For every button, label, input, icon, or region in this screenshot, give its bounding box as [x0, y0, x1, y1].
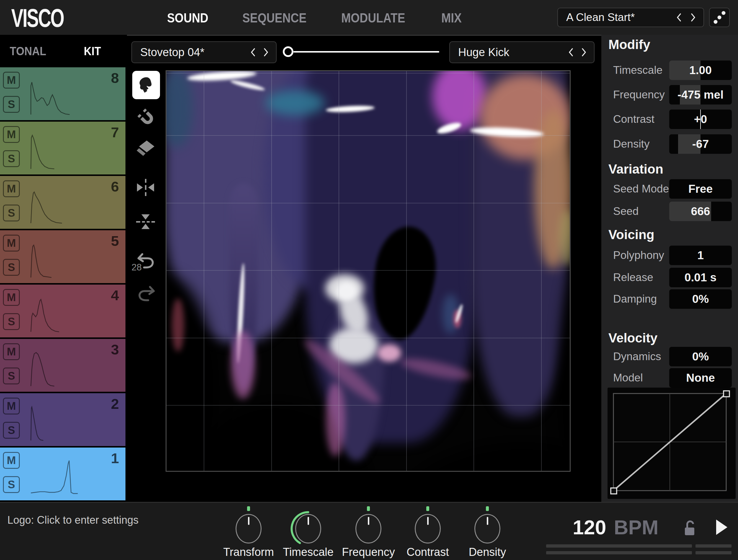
param-seed-mode[interactable]: Free — [669, 179, 732, 199]
left-tab-kit[interactable]: KIT — [84, 44, 103, 58]
knob-label: Frequency — [336, 546, 401, 559]
param-dynamics[interactable]: 0% — [669, 347, 732, 366]
param-label: Seed — [613, 202, 639, 221]
solo-button[interactable]: S — [3, 313, 20, 330]
knob-pointer — [487, 517, 488, 525]
pad-row-4[interactable]: M S 4 — [0, 285, 125, 337]
tempo-unlock-icon[interactable] — [682, 520, 697, 537]
solo-button[interactable]: S — [3, 367, 20, 384]
curve-handle-high[interactable] — [724, 391, 729, 397]
solo-button[interactable]: S — [3, 205, 20, 221]
global-preset-selector[interactable]: A Clean Start* — [558, 8, 704, 27]
sample-selector[interactable]: Stovetop 04* — [131, 41, 277, 63]
solo-button[interactable]: S — [3, 259, 20, 276]
param-damping[interactable]: 0% — [669, 289, 732, 309]
param-label: Release — [613, 268, 653, 287]
curve-handle-low[interactable] — [611, 488, 617, 494]
knob-density[interactable] — [474, 514, 500, 543]
scroll-strip[interactable] — [546, 544, 692, 548]
tab-modulate[interactable]: MODULATE — [341, 11, 414, 25]
pad-waveform — [30, 132, 78, 170]
param-label: Polyphony — [613, 246, 664, 265]
mute-button[interactable]: M — [3, 397, 20, 414]
mute-button[interactable]: M — [3, 343, 20, 360]
pad-waveform — [30, 240, 78, 278]
tab-mix[interactable]: MIX — [441, 11, 464, 25]
mute-button[interactable]: M — [3, 180, 20, 197]
knob-pointer — [427, 517, 429, 525]
pad-number: 3 — [111, 341, 119, 358]
pad-row-6[interactable]: M S 6 — [0, 176, 125, 229]
magnet-tool[interactable] — [136, 107, 156, 128]
pad-row-1[interactable]: M S 1 — [0, 448, 125, 500]
knob-frequency[interactable] — [355, 514, 381, 543]
mute-button[interactable]: M — [3, 452, 20, 469]
magnet-icon — [136, 107, 156, 127]
solo-button[interactable]: S — [3, 422, 20, 439]
scroll-strip[interactable] — [546, 551, 692, 554]
brush-tool-active[interactable] — [132, 71, 160, 99]
sample-name: Stovetop 04* — [140, 42, 205, 63]
velocity-curve-graph[interactable] — [608, 387, 736, 499]
redo-button[interactable] — [137, 285, 155, 304]
param-model[interactable]: None — [669, 368, 732, 387]
bpm-value[interactable]: 120 — [573, 516, 606, 538]
scroll-strip-end[interactable] — [696, 544, 732, 548]
app-logo[interactable]: VISCO — [11, 3, 64, 33]
kick-next-icon[interactable] — [581, 47, 587, 57]
mute-button[interactable]: M — [3, 72, 20, 88]
scroll-strip-end[interactable] — [696, 551, 732, 554]
flip-vertical-tool[interactable] — [136, 212, 155, 233]
pad-number: 2 — [111, 395, 119, 412]
play-button[interactable] — [716, 519, 728, 535]
pad-row-7[interactable]: M S 7 — [0, 121, 125, 175]
sample-prev-icon[interactable] — [250, 47, 256, 57]
pad-row-8[interactable]: M S 8 — [0, 67, 125, 120]
solo-button[interactable]: S — [3, 476, 20, 493]
param-label: Model — [613, 368, 643, 387]
synthesis-canvas[interactable] — [165, 70, 571, 472]
flip-horizontal-icon — [135, 178, 156, 197]
pad-row-2[interactable]: M S 2 — [0, 393, 125, 446]
morph-slider-track[interactable] — [293, 51, 439, 52]
top-bar: VISCO SOUND SEQUENCE MODULATE MIX A Clea… — [0, 0, 738, 35]
solo-button[interactable]: S — [3, 150, 20, 167]
param-density[interactable]: -67 — [669, 134, 732, 154]
pad-waveform — [30, 295, 78, 332]
section-velocity: Velocity — [609, 331, 657, 345]
mute-button[interactable]: M — [3, 126, 20, 143]
left-tab-tonal[interactable]: TONAL — [10, 44, 51, 58]
param-timescale[interactable]: 1.00 — [669, 60, 732, 80]
eraser-tool[interactable] — [137, 139, 155, 159]
sample-next-icon[interactable] — [263, 47, 269, 57]
mute-button[interactable]: M — [3, 289, 20, 306]
kick-preset-selector[interactable]: Huge Kick — [449, 41, 595, 63]
pad-row-5[interactable]: M S 5 — [0, 230, 125, 283]
param-contrast[interactable]: +0 — [669, 109, 732, 129]
preset-next-icon[interactable] — [690, 13, 696, 22]
tab-sound[interactable]: SOUND — [167, 11, 214, 25]
canvas-grid — [166, 71, 570, 471]
solo-button[interactable]: S — [3, 96, 20, 113]
flip-horizontal-tool[interactable] — [135, 178, 156, 198]
knob-pointer — [368, 517, 369, 525]
undo-count: 28 — [127, 262, 142, 273]
visco-app: VISCO SOUND SEQUENCE MODULATE MIX A Clea… — [0, 0, 738, 560]
knob-contrast[interactable] — [415, 514, 441, 543]
kick-prev-icon[interactable] — [568, 47, 574, 57]
randomize-dice-button[interactable] — [709, 8, 730, 27]
knob-transform[interactable] — [236, 514, 262, 543]
flip-vertical-icon — [136, 212, 155, 231]
mute-button[interactable]: M — [3, 235, 20, 252]
param-polyphony[interactable]: 1 — [669, 246, 732, 265]
tab-sequence[interactable]: SEQUENCE — [242, 11, 315, 25]
param-seed[interactable]: 666 — [669, 202, 732, 221]
pad-row-3[interactable]: M S 3 — [0, 339, 125, 392]
param-frequency[interactable]: -475 mel — [669, 85, 732, 104]
dice-dots-icon — [710, 8, 729, 27]
param-release[interactable]: 0.01 s — [669, 268, 732, 287]
section-voicing: Voicing — [609, 227, 655, 242]
preset-prev-icon[interactable] — [676, 13, 682, 22]
morph-slider-handle[interactable] — [283, 46, 293, 57]
mod-tick — [247, 506, 250, 511]
